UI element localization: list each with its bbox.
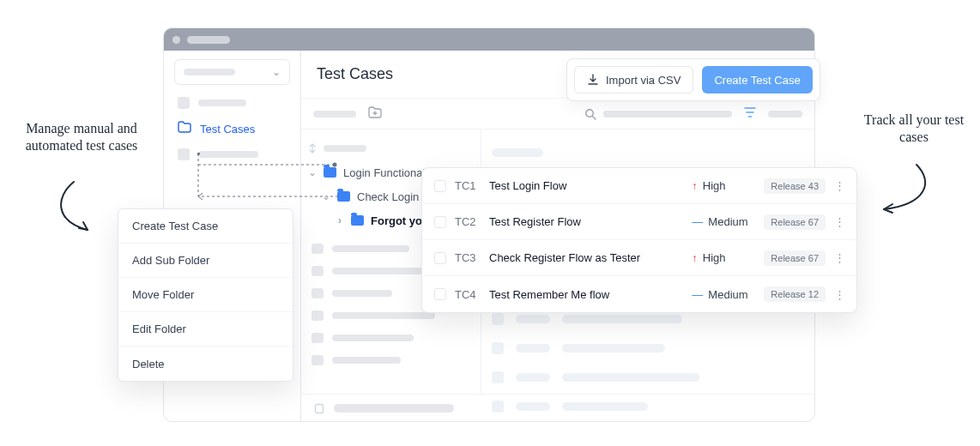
annotation-connector [197,153,352,173]
row-menu-icon[interactable]: ⋮ [834,215,844,228]
tc-id: TC4 [455,288,489,301]
placeholder-bar [603,111,732,118]
sidebar-item-label: Test Cases [200,123,255,136]
placeholder-bar [187,36,230,44]
page-title: Test Cases [317,65,393,83]
toolbar [301,99,814,130]
annotation-right: Track all your test cases [858,112,970,146]
import-csv-button[interactable]: Import via CSV [574,66,693,93]
table-row[interactable]: TC3 Check Register Flow as Tester ↑High … [422,240,856,276]
tc-name: Check Register Flow as Tester [489,251,692,264]
row-checkbox[interactable] [434,216,446,228]
release-badge: Release 67 [764,214,826,230]
folder-context-menu: Create Test Case Add Sub Folder Move Fol… [118,208,293,382]
search-icon [584,108,596,120]
tc-name: Test Remember Me flow [489,288,692,301]
create-test-case-button[interactable]: Create Test Case [702,66,812,93]
release-badge: Release 67 [764,250,826,266]
header-actions: Import via CSV Create Test Case [566,58,820,101]
svg-point-4 [333,163,337,167]
clipboard-icon [313,402,325,414]
window-titlebar [164,28,814,51]
priority-high: ↑High [692,251,764,264]
row-checkbox[interactable] [434,180,446,192]
code-icon [178,148,190,160]
button-label: Create Test Case [714,74,800,87]
project-select[interactable]: ⌄ [174,59,290,85]
placeholder-bar [198,99,246,106]
new-folder-icon[interactable] [368,106,382,122]
tc-id: TC1 [455,179,489,192]
row-checkbox[interactable] [434,288,446,300]
arrow-icon [867,163,935,226]
search[interactable] [584,108,732,120]
tc-id: TC3 [455,251,489,264]
table-row[interactable]: TC4 Test Remember Me flow —Medium Releas… [422,276,856,312]
placeholder-bar [184,69,235,75]
priority-medium: —Medium [692,215,764,228]
svg-line-1 [592,116,596,119]
tc-id: TC2 [455,215,489,228]
ctx-move-folder[interactable]: Move Folder [118,278,293,312]
window-dot [172,36,180,44]
arrow-icon [48,180,117,244]
table-row[interactable]: TC1 Test Login Flow ↑High Release 43 ⋮ [422,168,856,204]
sidebar-item[interactable] [164,90,300,116]
ctx-edit-folder[interactable]: Edit Folder [118,312,293,347]
chevron-down-icon: ⌄ [272,66,281,78]
release-badge: Release 12 [764,286,826,302]
row-menu-icon[interactable]: ⋮ [834,288,844,301]
ctx-create-test-case[interactable]: Create Test Case [118,209,293,244]
tree-label: Check Login [357,190,419,203]
folder-icon [351,215,364,226]
chart-icon [178,97,190,109]
placeholder-bar [334,404,454,413]
row-checkbox[interactable] [434,252,446,264]
filter-icon[interactable] [744,106,756,122]
table-row[interactable]: TC2 Test Register Flow —Medium Release 6… [422,204,856,240]
placeholder-bar [324,145,366,152]
test-case-table: TC1 Test Login Flow ↑High Release 43 ⋮ T… [421,167,857,313]
release-badge: Release 43 [764,178,826,194]
svg-rect-2 [316,404,324,413]
chevron-right-icon[interactable]: › [336,214,344,226]
bottom-bar [301,394,814,421]
priority-high: ↑High [692,179,764,192]
download-icon [587,74,599,86]
placeholder-bar [313,111,356,118]
row-menu-icon[interactable]: ⋮ [834,179,844,192]
ctx-delete[interactable]: Delete [118,347,293,381]
annotation-left: Manage manual and automated test cases [9,120,154,154]
sidebar-item-test-cases[interactable]: Test Cases [164,116,300,142]
tc-name: Test Login Flow [489,179,692,192]
folder-icon [178,121,191,136]
row-menu-icon[interactable]: ⋮ [834,251,844,264]
placeholder-bar [768,111,802,118]
priority-medium: —Medium [692,288,764,301]
button-label: Import via CSV [606,74,681,87]
ctx-add-sub-folder[interactable]: Add Sub Folder [118,244,293,278]
tc-name: Test Register Flow [489,215,692,228]
